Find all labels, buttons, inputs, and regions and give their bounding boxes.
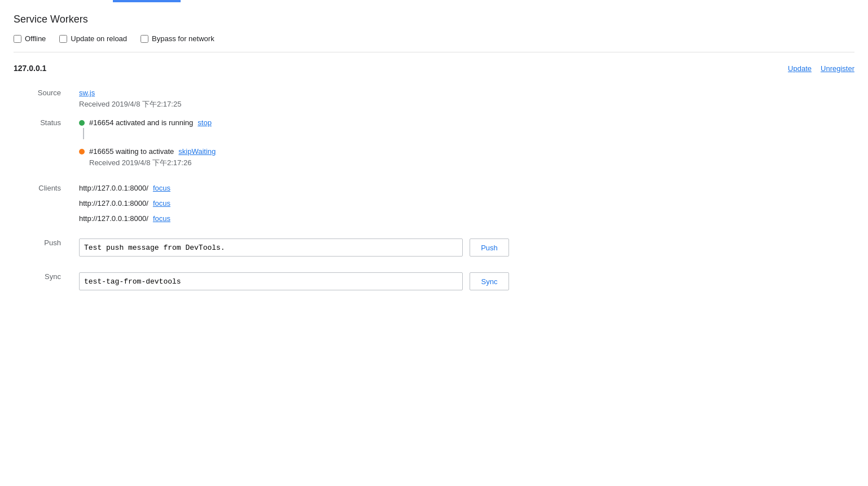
- skip-waiting-link[interactable]: skipWaiting: [178, 147, 216, 156]
- status-container: #16654 activated and is running stop #16…: [79, 118, 854, 168]
- status-item-2-row: #16655 waiting to activate skipWaiting: [79, 147, 854, 156]
- status-text-2: #16655 waiting to activate: [89, 147, 174, 156]
- source-received: Received 2019/4/8 下午2:17:25: [79, 99, 854, 109]
- status-value: #16654 activated and is running stop #16…: [70, 114, 854, 173]
- spacer-3: [14, 227, 70, 234]
- offline-label: Offline: [25, 34, 46, 43]
- worker-actions: Update Unregister: [788, 64, 854, 73]
- sync-label: Sync: [14, 268, 70, 295]
- status-dot-green: [79, 120, 85, 126]
- client-row-2: http://127.0.0.1:8000/ focus: [79, 199, 854, 207]
- spacer-1: [14, 173, 70, 179]
- offline-checkbox[interactable]: [14, 35, 21, 43]
- status-label: Status: [14, 114, 70, 173]
- worker-host: 127.0.0.1: [14, 64, 46, 73]
- spacer-2: [70, 173, 854, 179]
- unregister-link[interactable]: Unregister: [821, 64, 854, 73]
- source-file-link[interactable]: sw.js: [79, 89, 95, 97]
- status-received-2: Received 2019/4/8 下午2:17:26: [79, 158, 854, 168]
- source-value: sw.js Received 2019/4/8 下午2:17:25: [70, 84, 854, 114]
- bypass-for-network-label: Bypass for network: [152, 34, 214, 43]
- status-item-2: #16655 waiting to activate skipWaiting R…: [79, 147, 854, 168]
- worker-header: 127.0.0.1 Update Unregister: [14, 64, 854, 73]
- main-container: Service Workers Offline Update on reload…: [0, 2, 868, 306]
- bypass-for-network-checkbox-item[interactable]: Bypass for network: [141, 34, 214, 43]
- client-row-3: http://127.0.0.1:8000/ focus: [79, 214, 854, 223]
- status-item-1-row: #16654 activated and is running stop: [79, 118, 854, 127]
- info-grid: Source sw.js Received 2019/4/8 下午2:17:25…: [14, 84, 854, 295]
- spacer-6: [70, 261, 854, 268]
- focus-link-2[interactable]: focus: [153, 199, 170, 207]
- push-input[interactable]: [79, 238, 463, 257]
- push-label: Push: [14, 234, 70, 261]
- status-text-1: #16654 activated and is running: [89, 118, 193, 127]
- update-on-reload-checkbox[interactable]: [59, 35, 67, 43]
- focus-link-3[interactable]: focus: [153, 214, 170, 223]
- client-url-3: http://127.0.0.1:8000/: [79, 214, 148, 223]
- bypass-for-network-checkbox[interactable]: [141, 35, 148, 43]
- sync-button[interactable]: Sync: [470, 272, 509, 290]
- clients-label: Clients: [14, 179, 70, 227]
- push-button[interactable]: Push: [470, 238, 509, 257]
- client-url-1: http://127.0.0.1:8000/: [79, 184, 148, 192]
- status-dot-orange: [79, 149, 85, 154]
- stop-link[interactable]: stop: [198, 118, 212, 127]
- source-label: Source: [14, 84, 70, 114]
- push-value: Push: [70, 234, 854, 261]
- clients-container: http://127.0.0.1:8000/ focus http://127.…: [79, 184, 854, 223]
- spacer-5: [14, 261, 70, 268]
- offline-checkbox-item[interactable]: Offline: [14, 34, 46, 43]
- clients-value: http://127.0.0.1:8000/ focus http://127.…: [70, 179, 854, 227]
- status-item-1: #16654 activated and is running stop: [79, 118, 854, 140]
- focus-link-1[interactable]: focus: [153, 184, 170, 192]
- sync-input[interactable]: [79, 272, 463, 290]
- options-row: Offline Update on reload Bypass for netw…: [14, 34, 854, 52]
- sync-row: Sync: [79, 272, 854, 290]
- update-on-reload-label: Update on reload: [71, 34, 127, 43]
- page-title: Service Workers: [14, 14, 854, 25]
- update-on-reload-checkbox-item[interactable]: Update on reload: [59, 34, 127, 43]
- spacer-4: [70, 227, 854, 234]
- push-row: Push: [79, 238, 854, 257]
- client-row-1: http://127.0.0.1:8000/ focus: [79, 184, 854, 192]
- sync-value: Sync: [70, 268, 854, 295]
- worker-section: 127.0.0.1 Update Unregister Source sw.js…: [14, 64, 854, 295]
- update-link[interactable]: Update: [788, 64, 812, 73]
- client-url-2: http://127.0.0.1:8000/: [79, 199, 148, 207]
